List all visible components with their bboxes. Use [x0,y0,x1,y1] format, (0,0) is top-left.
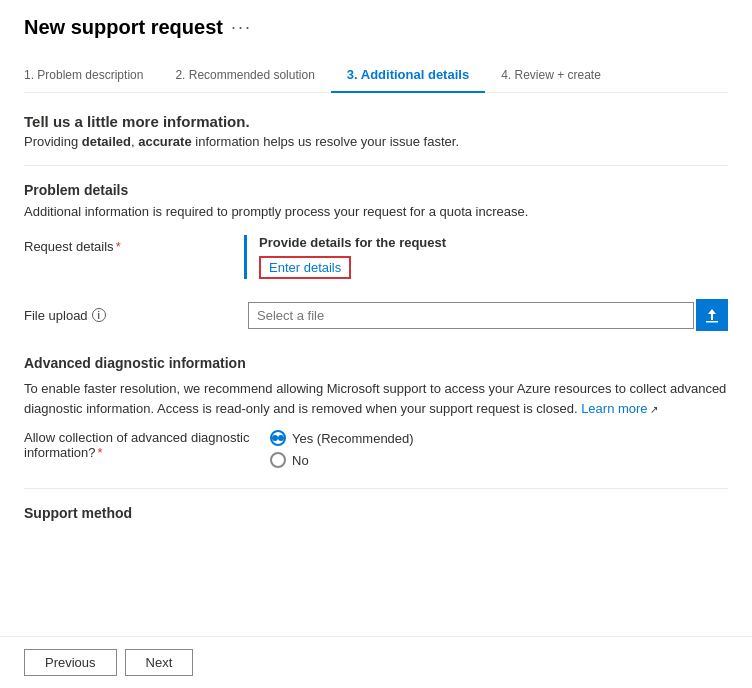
request-details-box: Provide details for the request Enter de… [244,235,728,279]
footer-nav: Previous Next [0,636,752,688]
file-upload-button[interactable] [696,299,728,331]
learn-more-link[interactable]: Learn more [581,401,647,416]
diagnostic-radio-group: Yes (Recommended) No [270,430,414,468]
page-title-ellipsis: ··· [231,17,252,38]
external-link-icon: ↗ [650,404,658,415]
diagnostic-label: Allow collection of advanced diagnostic … [24,430,254,460]
radio-yes-circle [270,430,286,446]
intro-bold2: accurate [138,134,191,149]
problem-details-title: Problem details [24,182,728,198]
support-method-section: Support method [24,505,728,521]
support-method-title: Support method [24,505,728,521]
request-details-label: Request details* [24,235,244,254]
next-button[interactable]: Next [125,649,194,676]
advanced-diagnostic-section: Advanced diagnostic information To enabl… [24,355,728,468]
svg-rect-0 [706,321,718,323]
file-input-wrapper [248,299,728,331]
upload-icon [704,307,720,323]
steps-nav: 1. Problem description 2. Recommended so… [24,59,728,93]
radio-yes-dot [272,435,278,441]
request-details-box-title: Provide details for the request [259,235,728,250]
page-container: New support request ··· 1. Problem descr… [0,0,752,605]
radio-no-circle [270,452,286,468]
advanced-diagnostic-desc: To enable faster resolution, we recommen… [24,379,728,418]
page-title-row: New support request ··· [24,16,728,39]
intro-bold1: detailed [82,134,131,149]
request-details-required: * [116,239,121,254]
request-details-control: Provide details for the request Enter de… [244,235,728,279]
content-area: Tell us a little more information. Provi… [24,113,728,589]
file-upload-label: File upload i [24,308,244,323]
step-review-create[interactable]: 4. Review + create [485,60,617,92]
radio-yes[interactable]: Yes (Recommended) [270,430,414,446]
intro-desc: Providing detailed, accurate information… [24,134,728,149]
enter-details-button[interactable]: Enter details [259,256,351,279]
problem-details-section: Problem details Additional information i… [24,182,728,331]
step-additional-details[interactable]: 3. Additional details [331,59,485,92]
advanced-diagnostic-title: Advanced diagnostic information [24,355,728,371]
step-problem-description[interactable]: 1. Problem description [24,60,159,92]
radio-no[interactable]: No [270,452,414,468]
diagnostic-row: Allow collection of advanced diagnostic … [24,430,728,468]
previous-button[interactable]: Previous [24,649,117,676]
intro-heading: Tell us a little more information. [24,113,728,130]
intro-desc-part3: information helps us resolve your issue … [192,134,459,149]
request-details-row: Request details* Provide details for the… [24,235,728,279]
radio-no-label: No [292,453,309,468]
file-upload-row: File upload i [24,299,728,331]
divider-2 [24,488,728,489]
step-recommended-solution[interactable]: 2. Recommended solution [159,60,330,92]
problem-details-desc: Additional information is required to pr… [24,204,728,219]
file-upload-info-icon[interactable]: i [92,308,106,322]
radio-yes-label: Yes (Recommended) [292,431,414,446]
diagnostic-required: * [98,445,103,460]
file-select-input[interactable] [248,302,694,329]
page-title: New support request [24,16,223,39]
divider-1 [24,165,728,166]
